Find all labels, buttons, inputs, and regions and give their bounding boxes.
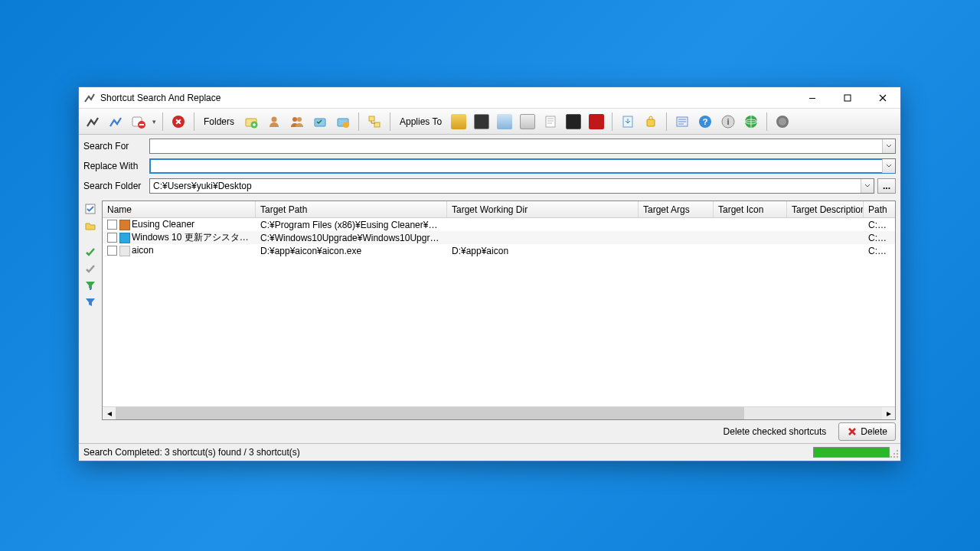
row-checkbox[interactable] [107,246,117,256]
progress-fill [814,448,889,457]
col-target-icon[interactable]: Target Icon [714,201,787,217]
resolve-dropdown[interactable]: ▾ [151,118,158,126]
filter-down-button[interactable] [83,279,97,292]
delete-button[interactable]: Delete [838,422,896,441]
red-flag-icon [589,114,604,129]
col-path[interactable]: Path [864,201,895,217]
filter-up-button[interactable] [83,295,97,309]
working-dir-icon [474,114,489,129]
svg-point-33 [897,453,898,455]
working-dir-button[interactable] [471,111,492,132]
stop-button[interactable] [168,111,189,132]
browse-folder-button[interactable]: ... [877,178,896,194]
add-folder-button[interactable] [240,111,262,132]
website-button[interactable] [740,111,762,132]
maximize-button[interactable] [830,87,865,108]
log-button[interactable] [671,111,693,132]
col-target-args[interactable]: Target Args [639,201,714,217]
separator [666,112,667,131]
check-green-button[interactable] [83,245,97,259]
search-for-combo[interactable] [149,139,896,154]
description-button[interactable] [540,111,561,132]
search-folder-combo[interactable] [149,178,874,194]
listview-header[interactable]: Name Target Path Target Working Dir Targ… [103,201,895,218]
listview-body[interactable]: Eusing CleanerC:¥Program Files (x86)¥Eus… [103,218,895,406]
col-target-path[interactable]: Target Path [256,201,447,217]
row-name: Eusing Cleaner [132,219,194,230]
row-checkbox[interactable] [107,220,117,230]
target-path-button[interactable] [448,111,469,132]
table-row[interactable]: aiconD:¥app¥aicon¥aicon.exeD:¥app¥aiconC… [103,244,895,257]
applies-to-label: Applies To [395,116,446,127]
col-target-working-dir[interactable]: Target Working Dir [447,201,639,217]
row-path: C:¥Us [864,233,895,243]
replace-with-input[interactable] [150,159,882,173]
svg-point-12 [297,117,302,122]
row-checkbox[interactable] [107,233,117,243]
scroll-right-button[interactable]: ▸ [882,407,895,419]
title-bar[interactable]: Shortcut Search And Replace [79,87,900,109]
resize-grip[interactable] [890,449,899,458]
about-button[interactable]: i [717,111,739,132]
search-folder-dropdown[interactable] [861,179,874,193]
resolve-button[interactable] [128,111,149,132]
svg-point-29 [779,118,786,126]
row-working-dir: D:¥app¥aicon [447,246,639,256]
results-listview[interactable]: Name Target Path Target Working Dir Targ… [102,201,896,420]
table-row[interactable]: Eusing CleanerC:¥Program Files (x86)¥Eus… [103,218,895,231]
search-folder-input[interactable] [150,179,861,193]
icon-path-icon [520,114,535,129]
icon-path-button[interactable] [517,111,538,132]
all-users-button[interactable] [286,111,308,132]
row-path: C:¥Us [864,246,895,256]
search-for-input[interactable] [150,139,882,153]
help-button[interactable]: ? [694,111,716,132]
filter-dark-button[interactable] [563,111,584,132]
row-icon [119,220,130,230]
search-button[interactable] [82,111,103,132]
svg-rect-1 [844,95,851,101]
svg-rect-18 [546,116,555,127]
args-button[interactable] [494,111,515,132]
svg-rect-4 [139,124,144,126]
open-folder-button[interactable] [83,219,97,233]
single-user-button[interactable] [263,111,285,132]
minimize-button[interactable] [795,87,830,108]
replace-with-combo[interactable] [149,158,896,174]
custom-folder-settings-button[interactable] [332,111,354,132]
check-all-button[interactable] [83,202,97,216]
replace-button[interactable] [105,111,126,132]
custom-folder-button[interactable] [309,111,331,132]
row-icon [119,246,130,256]
scroll-left-button[interactable]: ◂ [103,407,116,419]
options-button[interactable] [640,111,662,132]
donate-button[interactable] [772,111,793,132]
horizontal-scrollbar[interactable]: ◂ ▸ [103,406,895,419]
svg-point-15 [343,122,349,128]
folders-label: Folders [199,116,239,127]
scroll-thumb[interactable] [116,407,744,419]
row-icon [119,233,130,243]
replace-with-dropdown[interactable] [882,159,895,173]
args-icon [497,114,512,129]
table-row[interactable]: Windows 10 更新アシスタントC:¥Windows10Upgrade¥W… [103,231,895,244]
close-button[interactable] [865,87,900,108]
row-target-path: C:¥Program Files (x86)¥Eusing Cleaner¥SC… [256,220,447,230]
progress-bar [813,447,890,458]
search-folder-label: Search Folder [83,181,146,191]
camera-icon [566,114,581,129]
svg-point-11 [292,117,297,122]
check-gray-button[interactable] [83,262,97,276]
separator [766,112,767,131]
replace-with-label: Replace With [83,161,146,171]
app-window: Shortcut Search And Replace ▾ Folders [78,86,901,461]
content-area: Name Target Path Target Working Dir Targ… [79,199,900,420]
scroll-track[interactable] [116,407,882,419]
search-for-dropdown[interactable] [882,139,895,153]
col-name[interactable]: Name [103,201,256,217]
filter-red-button[interactable] [586,111,607,132]
col-target-description[interactable]: Target Description [787,201,864,217]
subfolders-button[interactable] [364,111,385,132]
separator [194,112,194,131]
export-button[interactable] [617,111,639,132]
